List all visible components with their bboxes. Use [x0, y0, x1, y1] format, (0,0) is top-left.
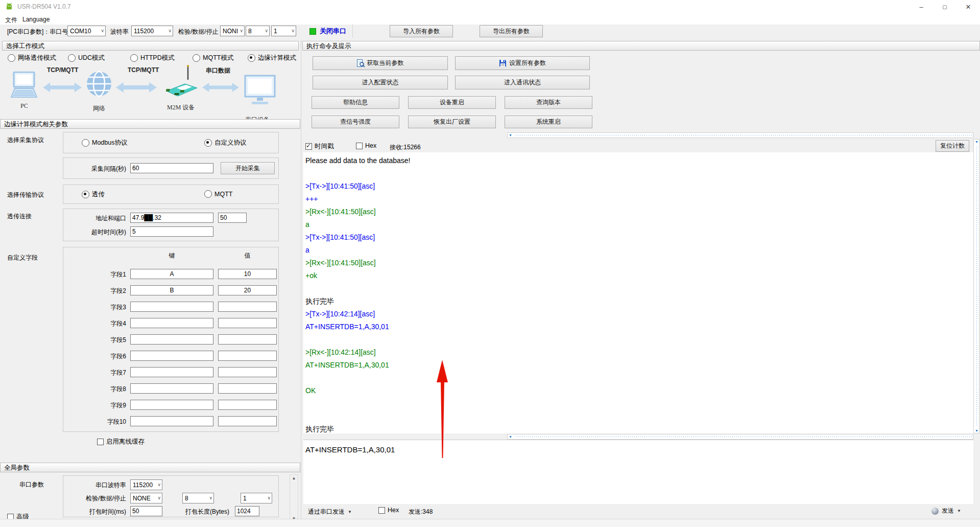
cmd-section-header: 执行命令及提示 [302, 41, 980, 51]
send-hex-checkbox[interactable]: Hex [378, 507, 399, 514]
offline-cache-checkbox[interactable]: 启用离线缓存 [97, 438, 145, 446]
field-value-input[interactable] [218, 269, 277, 279]
chevron-down-icon: ∨ [265, 28, 268, 33]
field-value-input[interactable] [218, 383, 277, 394]
mode-radio-transparent[interactable]: 网络透传模式 [8, 54, 56, 62]
log-line: AT+INSERTDB=1,A,30,01 [305, 359, 411, 372]
g-parity-select[interactable]: NONE∨ [130, 493, 162, 503]
field-value-input[interactable] [218, 367, 277, 377]
log-line [305, 397, 411, 410]
query-version-button[interactable]: 查询版本 [505, 96, 592, 109]
timeout-input[interactable] [130, 226, 213, 237]
menu-language[interactable]: Language [19, 15, 53, 24]
chevron-down-icon: ∨ [209, 495, 212, 500]
field-key-input[interactable] [130, 318, 213, 328]
field-value-input[interactable] [218, 318, 277, 328]
send-input-area[interactable]: AT+INSERTDB=1,A,30,01 [303, 440, 973, 504]
enter-config-button[interactable]: 进入配置状态 [313, 76, 448, 89]
send-button[interactable]: 发送 ▼ [931, 507, 961, 515]
g-databits-select[interactable]: 8∨ [182, 493, 214, 503]
field-key-input[interactable] [130, 334, 213, 345]
close-button[interactable]: ✕ [957, 0, 980, 13]
send-via-serial-dropdown[interactable]: 通过串口发送 ▼ [308, 508, 352, 516]
radio-icon [193, 54, 200, 62]
field-value-input[interactable] [218, 351, 277, 361]
scroll-up-icon[interactable]: ▲ [290, 476, 298, 480]
field-key-input[interactable] [130, 302, 213, 312]
field-key-input[interactable] [130, 269, 213, 279]
mode-label: MQTT模式 [203, 54, 233, 62]
close-serial-button[interactable]: 关闭串口 [309, 27, 346, 36]
log-line: >[Tx->][10:41:50][asc] [305, 231, 411, 244]
window-title: USR-DR504 V1.0.7 [17, 3, 71, 10]
reset-count-button[interactable]: 复位计数 [936, 140, 969, 152]
log-hex-checkbox[interactable]: Hex [356, 142, 376, 149]
databits-select[interactable]: 8∨ [246, 26, 270, 36]
custom-protocol-radio[interactable]: 自定义协议 [204, 139, 247, 147]
mode-radio-mqtt[interactable]: MQTT模式 [193, 54, 233, 62]
field-value-input[interactable] [218, 416, 277, 426]
interval-input[interactable] [130, 163, 213, 173]
field-key-input[interactable] [130, 383, 213, 394]
network-label: 网络 [93, 104, 105, 113]
link2-label: TCP/MQTT [128, 66, 159, 74]
set-params-button[interactable]: 设置所有参数 [455, 56, 590, 70]
export-all-params-button[interactable]: 导出所有参数 [480, 25, 543, 37]
enter-comm-button[interactable]: 进入通讯状态 [455, 76, 590, 89]
field-key-input[interactable] [130, 416, 213, 426]
mode-radio-httpd[interactable]: HTTPD模式 [130, 54, 175, 62]
start-collect-button[interactable]: 开始采集 [221, 162, 275, 174]
log-output-area[interactable]: Please add data to the database! >[Tx->]… [303, 152, 973, 433]
help-info-button[interactable]: 帮助信息 [312, 96, 399, 109]
field-value-input[interactable] [218, 302, 277, 312]
mode-radio-udc[interactable]: UDC模式 [68, 54, 105, 62]
title-bar: USR-DR504 V1.0.7 – ▢ ✕ [0, 0, 980, 13]
address-input[interactable] [130, 213, 213, 223]
com-port-select[interactable]: COM10∨ [67, 26, 106, 36]
timestamp-checkbox[interactable]: 时间戳 [305, 142, 334, 151]
maximize-button[interactable]: ▢ [933, 0, 957, 13]
minimize-button[interactable]: – [910, 0, 933, 13]
g-stopbits-select[interactable]: 1∨ [241, 493, 272, 503]
scroll-track [516, 437, 972, 437]
log-vertical-scrollbar[interactable]: ▼ ▼ [973, 139, 979, 433]
log-line: >[Rx<-][10:42:14][asc] [305, 346, 411, 359]
field-key-input[interactable] [130, 285, 213, 295]
field-key-input[interactable] [130, 351, 213, 361]
device-restart-button[interactable]: 设备重启 [408, 96, 496, 109]
import-all-params-button[interactable]: 导入所有参数 [390, 25, 453, 37]
g-baud-select[interactable]: 115200∨ [130, 479, 162, 490]
query-signal-button[interactable]: 查信号强度 [312, 116, 399, 128]
parity-select[interactable]: NONI∨ [220, 26, 245, 36]
left-panel-scrollbar[interactable]: ▲ ▼ [290, 474, 298, 522]
mode-label: 网络透传模式 [18, 54, 56, 62]
menu-file[interactable]: 文件 [2, 15, 20, 26]
packtime-input[interactable] [130, 506, 162, 516]
field-value-input[interactable] [218, 334, 277, 345]
baud-value: 115200 [134, 28, 154, 35]
radio-icon [8, 54, 15, 62]
field-value-input[interactable] [218, 285, 277, 295]
log-top-scrollbar[interactable]: ▼ [507, 132, 973, 138]
get-params-button[interactable]: 获取当前参数 [313, 56, 448, 70]
query-version-label: 查询版本 [536, 98, 561, 107]
baud-select[interactable]: 115200∨ [131, 26, 173, 36]
window-bottom-strip [0, 519, 980, 527]
send-input-text[interactable]: AT+INSERTDB=1,A,30,01 [305, 445, 395, 454]
send-top-scrollbar[interactable]: ▼ [507, 434, 973, 440]
scroll-marker-icon: ▼ [975, 140, 978, 144]
stopbits-select[interactable]: 1∨ [271, 26, 296, 36]
radio-icon [130, 54, 138, 62]
system-restart-button[interactable]: 系统重启 [505, 116, 592, 128]
port-input[interactable] [218, 213, 247, 223]
modbus-protocol-radio[interactable]: Modbus协议 [82, 139, 127, 147]
field-key-input[interactable] [130, 400, 213, 410]
packlen-input[interactable] [235, 506, 259, 516]
transparent-radio[interactable]: 透传 [82, 190, 105, 199]
mqtt-trans-radio[interactable]: MQTT [204, 190, 232, 198]
field-value-input[interactable] [218, 400, 277, 410]
mode-radio-edge[interactable]: 边缘计算模式 [248, 54, 296, 62]
import-all-label: 导入所有参数 [403, 27, 440, 36]
field-key-input[interactable] [130, 367, 213, 377]
factory-reset-button[interactable]: 恢复出厂设置 [408, 116, 496, 128]
